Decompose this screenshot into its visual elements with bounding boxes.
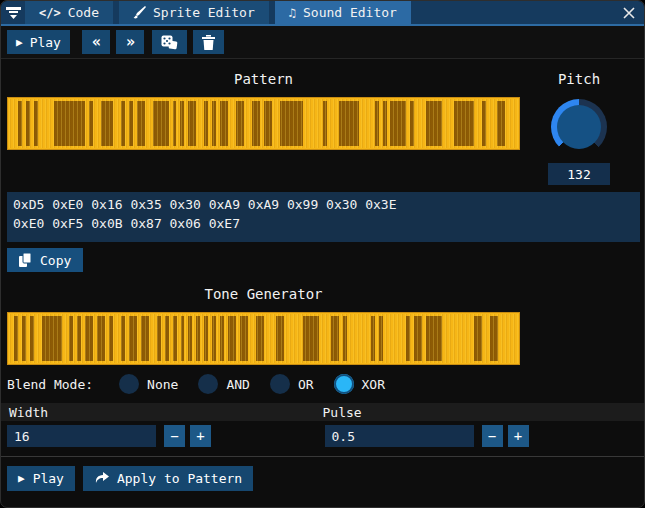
radio-icon-and [198,374,218,394]
tab-sprite-label: Sprite Editor [153,5,255,20]
waveform-segment [196,101,204,146]
tab-sprite-editor[interactable]: Sprite Editor [119,1,269,24]
apply-label: Apply to Pattern [117,471,242,486]
chevrons-right-icon: » [126,35,134,50]
waveform-segment [220,101,228,146]
tab-sound-label: Sound Editor [303,5,397,20]
pulse-label: Pulse [323,405,637,420]
blend-option-xor-label: XOR [362,377,385,392]
apply-arrow-icon [94,472,109,485]
waveform-segment [240,316,248,361]
tone-play-icon: ▶ [18,473,25,484]
waveform-segment [490,316,498,361]
waveform-segment [248,316,256,361]
waveform-segment [93,101,101,146]
waveform-segment [359,101,375,146]
copy-button[interactable]: Copy [7,248,83,272]
pattern-title: Pattern [7,63,520,97]
waveform-segment [85,316,93,361]
copy-label: Copy [40,253,71,268]
sound-editor-window: </> Code Sprite Editor ♫ Sound Editor [0,0,645,508]
waveform-segment [442,101,454,146]
pulse-increment-button[interactable]: + [508,425,529,447]
waveform-segment [228,101,236,146]
width-decrement-button[interactable]: − [164,425,185,447]
brush-icon [133,6,146,19]
tab-code[interactable]: </> Code [25,1,113,24]
waveform-segment [97,316,105,361]
waveform-segment [339,101,359,146]
waveform-segment [42,316,62,361]
waveform-segment [153,101,169,146]
apply-to-pattern-button[interactable]: Apply to Pattern [83,466,253,491]
tone-play-button[interactable]: ▶ Play [7,466,75,491]
randomize-button[interactable] [152,30,187,54]
width-input[interactable]: 16 [7,425,156,447]
waveform-segment [390,101,406,146]
waveform-segment [426,316,442,361]
radio-icon-or [270,374,290,394]
waveform-segment [62,316,70,361]
shift-left-button[interactable]: « [82,30,110,54]
waveform-segment [236,101,244,146]
waveform-segment [280,101,304,146]
waveform-segment [137,101,145,146]
play-button[interactable]: ▶ Play [7,30,70,54]
waveform-segment [497,101,505,146]
pitch-value-field[interactable]: 132 [548,163,610,185]
waveform-segment [101,101,113,146]
waveform-segment [54,101,86,146]
tab-code-label: Code [68,5,99,20]
blend-option-or[interactable]: OR [270,374,314,394]
blend-option-or-label: OR [298,377,314,392]
waveform-segment [244,101,252,146]
waveform-segment [141,316,149,361]
waveform-segment [113,101,121,146]
title-bar: </> Code Sprite Editor ♫ Sound Editor [1,1,644,26]
pattern-hex-field[interactable]: 0xD5 0xE0 0x16 0x35 0x30 0xA9 0xA9 0x99 … [7,192,640,242]
waveform-segment [303,101,323,146]
footer-divider [1,456,644,457]
waveform-segment [482,316,490,361]
waveform-segment [414,101,426,146]
waveform-segment [149,316,157,361]
close-icon[interactable] [614,1,644,24]
dice-icon [161,35,178,50]
titlebar-spacer [417,1,614,24]
waveform-segment [486,101,498,146]
tone-play-label: Play [33,471,64,486]
play-icon: ▶ [16,37,23,48]
waveform-segment [256,316,264,361]
waveform-segment [284,316,304,361]
shift-right-button[interactable]: » [116,30,144,54]
blend-option-xor[interactable]: XOR [334,374,385,394]
main-content: Pattern Pitch 132 0xD5 0xE0 0x16 0x35 0x… [1,59,644,491]
field-labels-row: Width Pulse [1,403,644,421]
waveform-segment [34,316,42,361]
blend-option-none[interactable]: None [119,374,178,394]
blend-option-none-label: None [147,377,178,392]
waveform-segment [129,316,137,361]
width-increment-button[interactable]: + [190,425,211,447]
pulse-decrement-button[interactable]: − [482,425,503,447]
waveform-segment [327,101,339,146]
tone-waveform-strip[interactable] [7,312,520,365]
waveform-segment [442,316,474,361]
waveform-segment [454,101,474,146]
blend-mode-label: Blend Mode: [7,377,93,392]
pulse-field-group: 0.5 − + [323,425,639,447]
delete-button[interactable] [193,30,224,54]
play-label: Play [30,35,61,50]
menu-icon[interactable] [1,1,25,24]
blend-option-and-label: AND [226,377,249,392]
waveform-segment [303,316,319,361]
pattern-waveform-strip[interactable] [7,97,520,150]
waveform-segment [188,101,196,146]
tab-sound-editor[interactable]: ♫ Sound Editor [275,1,411,24]
pitch-knob[interactable] [551,99,607,155]
waveform-segment [252,101,260,146]
waveform-segment [272,101,280,146]
waveform-segment [347,316,371,361]
pulse-input[interactable]: 0.5 [325,425,474,447]
blend-option-and[interactable]: AND [198,374,249,394]
